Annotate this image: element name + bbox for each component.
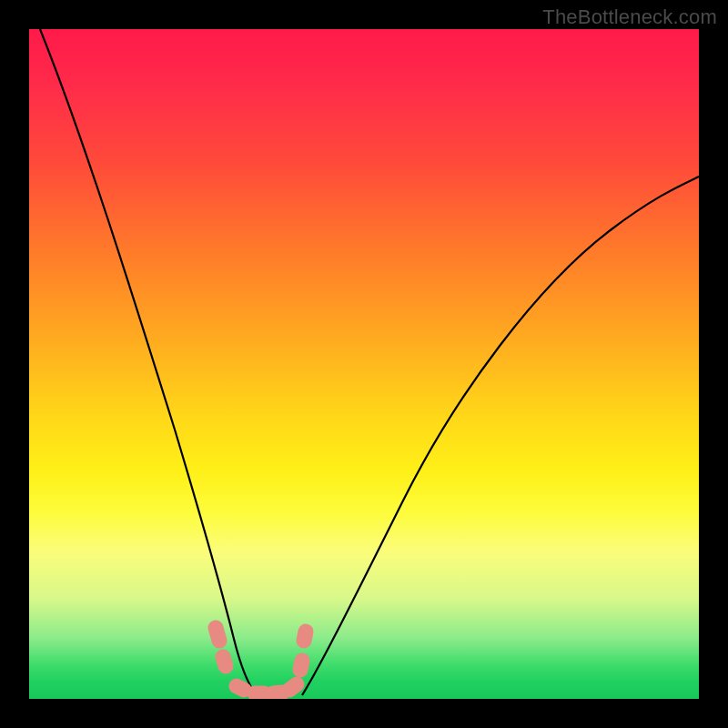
- watermark-text: TheBottleneck.com: [542, 5, 717, 29]
- curve-layer: [29, 29, 699, 699]
- left-curve: [40, 29, 257, 695]
- chart-frame: TheBottleneck.com: [0, 0, 728, 728]
- marker-dots: [216, 628, 306, 693]
- plot-area: [29, 29, 699, 699]
- right-curve: [302, 177, 699, 695]
